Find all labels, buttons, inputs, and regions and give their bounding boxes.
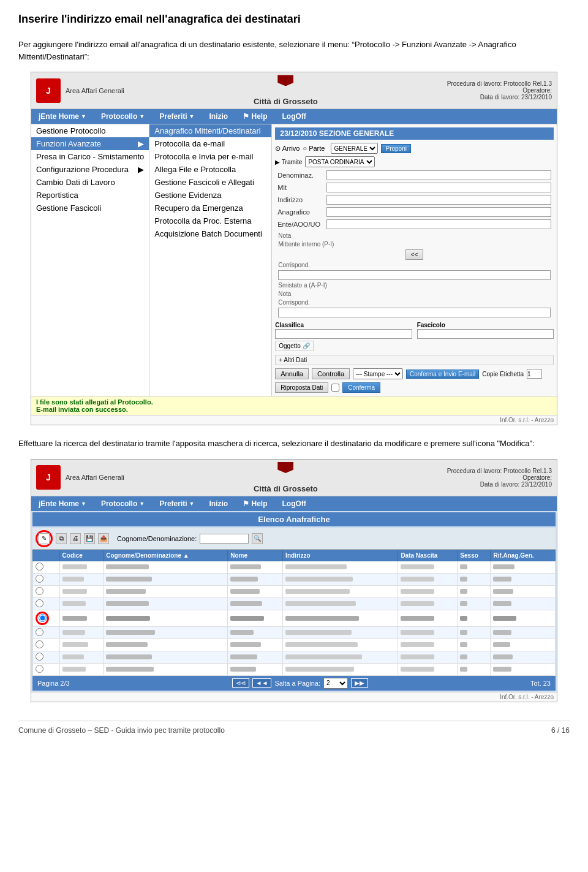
first-page-btn[interactable]: ⊲⊲ (232, 678, 249, 688)
stampe-select[interactable]: --- Stampe --- (353, 368, 403, 379)
nav-home-1[interactable]: jEnte Home ▼ (31, 109, 94, 124)
row-radio-6[interactable] (33, 626, 60, 639)
conferma-invio-button[interactable]: Conferma e Invio E-mail (406, 370, 479, 379)
riproposta-checkbox[interactable] (331, 384, 339, 392)
radio-arrivo[interactable]: ⊙ Arrivo (275, 145, 300, 153)
nota-label-1: Nota (275, 232, 554, 239)
page-select[interactable]: 2 (323, 678, 348, 689)
row-radio-5[interactable] (39, 614, 47, 622)
altri-dati-row[interactable]: + Altri Dati (275, 355, 554, 365)
menu-gestione-protocollo[interactable]: Gestione Protocollo (31, 124, 149, 137)
prev-page-btn[interactable]: ◄◄ (252, 678, 272, 688)
input-ente-aoo[interactable] (326, 219, 551, 229)
arrow-left-button[interactable]: << (405, 249, 424, 260)
row-radio-8[interactable] (33, 651, 60, 663)
menu-recupero-emergenza[interactable]: Recupero da Emergenza (149, 202, 271, 214)
controlla-button[interactable]: Controlla (312, 368, 350, 379)
input-classifica[interactable] (275, 329, 412, 339)
nav-preferiti-2[interactable]: Preferiti ▼ (152, 496, 202, 511)
procedure-label-1: Procedura di lavoro: Protocollo Rel.1.3 (447, 80, 552, 87)
input-anagrafico[interactable] (326, 207, 551, 217)
copy-icon[interactable]: ⧉ (56, 533, 67, 544)
riproposta-button[interactable]: Riproposta Dati (275, 382, 328, 393)
nav-logoff-2[interactable]: LogOff (275, 496, 314, 511)
nav-help-1[interactable]: ⚑ Help (235, 109, 274, 124)
radio-parte[interactable]: ○ Parte (303, 145, 325, 152)
nav-inizio-1[interactable]: Inizio (202, 109, 235, 124)
status-bar-1: I file sono stati allegati al Protocollo… (31, 396, 557, 415)
row-rif-1 (491, 561, 556, 573)
nav-inizio-2[interactable]: Inizio (202, 496, 235, 511)
menu-gestione-evidenza[interactable]: Gestione Evidenza (149, 189, 271, 202)
arrow-icon-2: ▼ (81, 501, 86, 507)
row-radio-7[interactable] (33, 639, 60, 651)
nav-preferiti-1[interactable]: Preferiti ▼ (152, 109, 202, 124)
nav-logoff-1[interactable]: LogOff (275, 109, 314, 124)
altri-dati-label: Altri Dati (284, 357, 307, 363)
row-nome-6 (228, 626, 283, 639)
page-title: Inserire l'indirizzo email nell'anagrafi… (18, 12, 570, 26)
row-radio-1[interactable] (33, 561, 60, 573)
menu-funzioni-avanzate[interactable]: Funzioni Avanzate ▶ (31, 137, 149, 150)
label-indirizzo: Indirizzo (275, 194, 324, 206)
search-cognome-input[interactable] (200, 534, 249, 544)
input-indirizzo[interactable] (326, 195, 551, 205)
row-radio-9[interactable] (33, 663, 60, 675)
menu-protocolla-email[interactable]: Protocolla da e-mail (149, 137, 271, 150)
menu-protocolla-invia[interactable]: Protocolla e Invia per e-mail (149, 150, 271, 163)
input-mit[interactable] (326, 183, 551, 192)
row-rif-7 (491, 639, 556, 651)
menu-protocolla-proc-esterna[interactable]: Protocolla da Proc. Esterna (149, 214, 271, 227)
screenshot-1: J Area Affari Generali Città di Grosseto… (31, 72, 557, 425)
row-radio-3[interactable] (33, 585, 60, 597)
menu-reportistica[interactable]: Reportistica (31, 189, 149, 202)
menu-allega-file[interactable]: Allega File e Protocolla (149, 163, 271, 176)
row-radio-4[interactable] (33, 597, 60, 610)
generale-select[interactable]: GENERALE (331, 143, 378, 154)
app-logo-2: J (36, 465, 61, 490)
app-org-1: Area Affari Generali (66, 87, 124, 94)
row-rif-9 (491, 663, 556, 675)
annulla-button[interactable]: Annulla (275, 368, 309, 379)
col-codice: Codice (59, 550, 104, 561)
menu-config-procedura[interactable]: Configurazione Procedura ▶ (31, 163, 149, 176)
print-icon[interactable]: 🖨 (70, 533, 81, 544)
input-corrispond1[interactable] (278, 270, 551, 280)
pagination-controls: ⊲⊲ ◄◄ Salta a Pagina: 2 ▶▶ (232, 678, 368, 689)
menu-acquisizione-batch[interactable]: Acquisizione Batch Documenti (149, 227, 271, 240)
procedure-label-2: Procedura di lavoro: Protocollo Rel.1.3 (447, 468, 552, 474)
arrow-icon-3: ▼ (139, 501, 145, 507)
nav-help-2[interactable]: ⚑ Help (235, 496, 274, 511)
nav-protocollo-2[interactable]: Protocollo ▼ (94, 496, 152, 511)
row-indirizzo-2 (283, 573, 398, 585)
label-oggetto: Oggetto 🔗 (279, 343, 309, 349)
copie-input[interactable] (527, 369, 542, 379)
search-icon[interactable]: 🔍 (252, 533, 263, 544)
row-nome-7 (228, 639, 283, 651)
save-icon[interactable]: 💾 (84, 533, 95, 544)
menu-gestione-fascicoli-1[interactable]: Gestione Fascicoli (31, 202, 149, 214)
menu-cambio-dati[interactable]: Cambio Dati di Lavoro (31, 176, 149, 189)
menu-anagrafico[interactable]: Anagrafico Mittenti/Destinatari (149, 124, 271, 137)
table-row (33, 597, 556, 610)
dropdown-col-funzioni: Anagrafico Mittenti/Destinatari Protocol… (149, 124, 272, 396)
app-header-2: J Area Affari Generali Città di Grosseto… (31, 460, 557, 496)
nav-home-2[interactable]: jEnte Home ▼ (31, 496, 94, 511)
nav-protocollo-1[interactable]: Protocollo ▼ (94, 109, 152, 124)
next-page-btn[interactable]: ▶▶ (351, 678, 368, 688)
section-header-1: 23/12/2010 SEZIONE GENERALE (275, 127, 554, 140)
row-data-2 (398, 573, 458, 585)
menu-gestione-fascicoli-allegati[interactable]: Gestione Fascicoli e Allegati (149, 176, 271, 189)
tramite-select[interactable]: POSTA ORDINARIA (305, 156, 375, 167)
row-codice-3 (59, 585, 104, 597)
input-corrispond2[interactable] (278, 308, 551, 317)
export-icon[interactable]: 📤 (98, 533, 109, 544)
corrispond2-label: Corrispond. (275, 299, 554, 306)
conferma-button[interactable]: Conferma (342, 382, 380, 393)
input-denominaz[interactable] (326, 170, 551, 180)
proponi-button[interactable]: Proponi (381, 144, 410, 153)
edit-icon[interactable]: ✎ (39, 533, 50, 544)
input-fascicolo[interactable] (417, 329, 554, 339)
row-radio-2[interactable] (33, 573, 60, 585)
menu-presa-in-carico[interactable]: Presa in Carico - Smistamento (31, 150, 149, 163)
